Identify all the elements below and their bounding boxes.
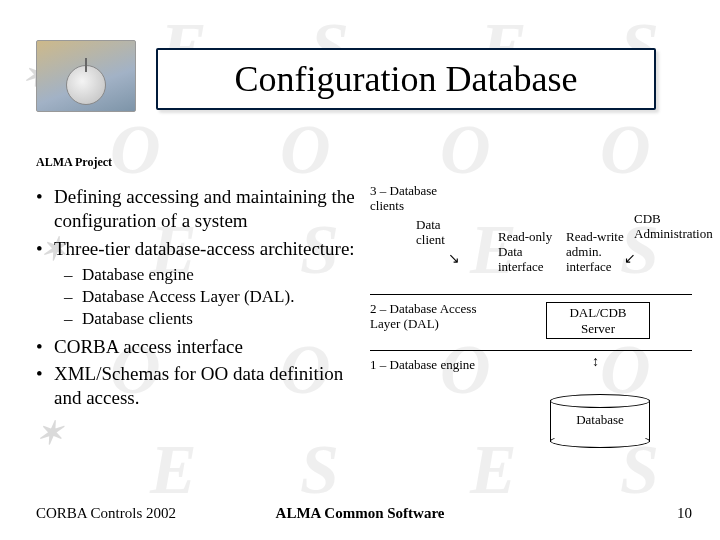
divider-2: [370, 350, 692, 351]
tier2-label: 2 – Database Access Layer (DAL): [370, 302, 506, 332]
footer-center: ALMA Common Software: [0, 505, 720, 522]
alma-logo: [36, 40, 136, 112]
bullet-4: XML/Schemas for OO data definition and a…: [36, 362, 366, 410]
arrow-down-icon: ↘: [448, 250, 460, 267]
tier3-label: 3 – Database clients: [370, 184, 460, 214]
bullet-3: CORBA access interface: [36, 335, 366, 359]
tier1-label: 1 – Database engine: [370, 358, 475, 373]
divider-1: [370, 294, 692, 295]
bullet-2-text: Three-tier database-access architecture:: [54, 238, 355, 259]
bullet-1: Defining accessing and maintaining the c…: [36, 185, 366, 233]
dal-server-box: DAL/CDB Server: [546, 302, 650, 339]
page-number: 10: [677, 505, 692, 522]
readonly-label: Read-only Data interface: [498, 230, 554, 275]
title-box: Configuration Database: [156, 48, 656, 110]
data-client-label: Data client: [416, 218, 462, 248]
subbullet-1: Database engine: [64, 264, 366, 286]
bullet-content: Defining accessing and maintaining the c…: [36, 185, 366, 414]
architecture-diagram: 3 – Database clients Data client ↘ Read-…: [370, 184, 700, 484]
arrow-updown-icon: ↕: [592, 354, 599, 370]
bullet-2: Three-tier database-access architecture:…: [36, 237, 366, 331]
subbullet-3: Database clients: [64, 308, 366, 330]
database-label: Database: [550, 412, 650, 428]
subbullet-2: Database Access Layer (DAL).: [64, 286, 366, 308]
project-label: ALMA Project: [36, 155, 112, 170]
arrow-down2-icon: ↙: [624, 250, 636, 267]
database-cylinder: Database: [550, 394, 650, 448]
slide-title: Configuration Database: [235, 58, 578, 100]
cdbadmin-label: CDB Administration: [634, 212, 708, 242]
